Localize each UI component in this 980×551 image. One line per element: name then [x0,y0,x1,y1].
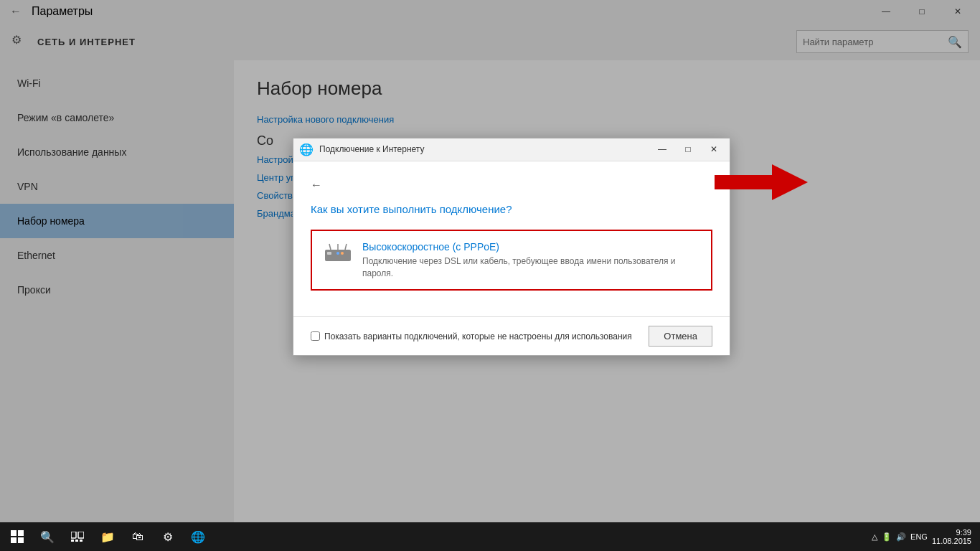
svg-rect-12 [71,532,76,538]
svg-line-6 [345,244,347,250]
modal-dialog: 🌐 Подключение к Интернету — □ ✕ ← Как вы… [293,138,730,357]
svg-rect-13 [78,532,84,538]
store-button[interactable]: 🛍 [123,522,152,551]
modal-question: Как вы хотите выполнить подключение? [311,203,712,215]
svg-point-3 [341,252,344,255]
start-button[interactable] [3,522,32,551]
modal-maximize-button[interactable]: □ [678,139,698,159]
modal-overlay: 🌐 Подключение к Интернету — □ ✕ ← Как вы… [0,0,980,551]
modal-content: ← Как вы хотите выполнить подключение? [293,161,730,317]
connection-desc: Подключение через DSL или кабель, требую… [362,255,699,280]
modal-icon: 🌐 [299,143,314,156]
svg-rect-15 [75,540,78,542]
connection-title: Высокоскоростное (с PPPoE) [362,241,699,253]
cancel-button[interactable]: Отмена [649,326,712,347]
search-taskbar-button[interactable]: 🔍 [33,522,62,551]
file-explorer-button[interactable]: 📁 [93,522,122,551]
checkbox-area[interactable]: Показать варианты подключений, которые н… [311,331,632,342]
svg-rect-9 [18,530,24,536]
svg-rect-11 [18,537,24,543]
pppoe-icon [324,242,352,269]
modal-titlebar: 🌐 Подключение к Интернету — □ ✕ [293,138,730,161]
modal-minimize-button[interactable]: — [652,139,672,159]
language-indicator: ENG [910,532,928,541]
modal-back-button[interactable]: ← [311,179,322,192]
edge-button[interactable]: 🌐 [184,522,212,551]
notification-icon: △ [872,532,877,542]
battery-icon: 🔋 [882,532,892,542]
svg-line-4 [329,244,331,250]
svg-point-2 [336,252,339,255]
show-options-checkbox[interactable] [311,331,320,341]
task-view-button[interactable] [63,522,92,551]
clock-time: 9:39 [956,528,971,537]
svg-rect-10 [11,537,17,543]
connection-option-pppoe[interactable]: Высокоскоростное (с PPPoE) Подключение ч… [311,230,712,291]
system-clock: 9:39 11.08.2015 [932,528,971,545]
volume-icon: 🔊 [896,532,906,542]
red-arrow-indicator [715,161,808,207]
taskbar: 🔍 📁 🛍 ⚙ 🌐 △ 🔋 🔊 ENG 9:39 11.08.2015 [0,522,980,551]
modal-cancel-area: Отмена [649,326,712,347]
checkbox-label: Показать варианты подключений, которые н… [324,331,632,342]
svg-rect-16 [80,540,83,542]
taskbar-right: △ 🔋 🔊 ENG 9:39 11.08.2015 [872,528,977,545]
modal-title: Подключение к Интернету [319,144,646,154]
svg-rect-1 [327,252,331,255]
modal-close-button[interactable]: ✕ [704,139,724,159]
modal-footer: Показать варианты подключений, которые н… [293,316,730,355]
settings-taskbar-button[interactable]: ⚙ [154,522,182,551]
svg-marker-7 [715,164,808,200]
modal-nav: ← [311,179,712,192]
svg-rect-0 [325,250,351,261]
clock-date: 11.08.2015 [932,537,971,545]
connection-info: Высокоскоростное (с PPPoE) Подключение ч… [362,241,699,280]
svg-rect-8 [11,530,17,536]
svg-rect-14 [71,540,74,542]
